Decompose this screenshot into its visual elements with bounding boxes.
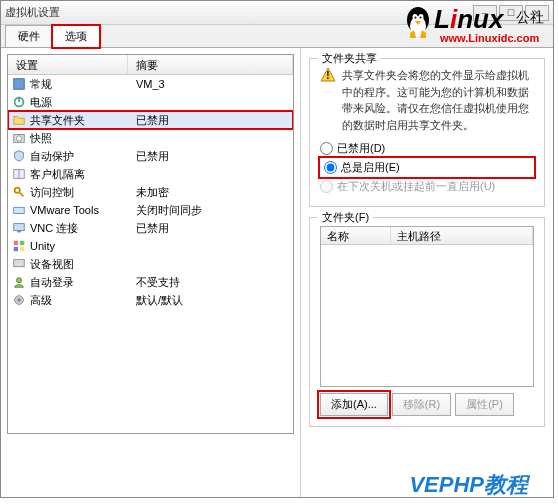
- advanced-icon: [12, 293, 26, 307]
- linux-logo: Linux 公社 www.Linuxidc.com: [398, 0, 558, 50]
- row-label: 自动保护: [30, 149, 74, 164]
- svg-rect-8: [14, 79, 25, 90]
- row-label: 客户机隔离: [30, 167, 85, 182]
- row-label: 电源: [30, 95, 52, 110]
- radio-disabled-input[interactable]: [320, 142, 333, 155]
- table-row[interactable]: 客户机隔离: [8, 165, 293, 183]
- logo-url: www.Linuxidc.com: [439, 32, 539, 44]
- autoprotect-icon: [12, 149, 26, 163]
- row-label: Unity: [30, 240, 55, 252]
- svg-rect-18: [14, 224, 25, 231]
- device-view-icon: [12, 257, 26, 271]
- window-title: 虚拟机设置: [5, 5, 60, 20]
- radio-next: 在下次关机或挂起前一直启用(U): [320, 177, 534, 196]
- vmware-tools-icon: [12, 203, 26, 217]
- warning-text: 共享文件夹会将您的文件显示给虚拟机中的程序。这可能为您的计算机和数据带来风险。请…: [342, 67, 534, 133]
- row-label: 设备视图: [30, 257, 74, 272]
- row-summary: 关闭时间同步: [128, 203, 293, 218]
- radio-disabled[interactable]: 已禁用(D): [320, 139, 534, 158]
- row-summary: 已禁用: [128, 149, 293, 164]
- auto-login-icon: [12, 275, 26, 289]
- svg-rect-24: [14, 260, 25, 267]
- svg-point-27: [17, 298, 21, 302]
- footer-brand: VEPHP教程: [409, 470, 528, 500]
- table-row[interactable]: 快照: [8, 129, 293, 147]
- folder-col-name: 名称: [321, 227, 391, 244]
- settings-window: 虚拟机设置 ─ ☐ ✕ 硬件 选项 设置 摘要 常规 VM_3: [0, 0, 554, 498]
- shared-folder-icon: [12, 113, 26, 127]
- radio-always[interactable]: 总是启用(E): [320, 158, 534, 177]
- folders-group-title: 文件夹(F): [318, 210, 373, 225]
- row-label: 高级: [30, 293, 52, 308]
- svg-line-16: [19, 192, 23, 196]
- row-summary: 不受支持: [128, 275, 293, 290]
- general-icon: [12, 77, 26, 91]
- svg-rect-20: [14, 241, 18, 245]
- guest-isolation-icon: [12, 167, 26, 181]
- svg-point-5: [420, 17, 422, 19]
- col-device: 设置: [8, 55, 128, 74]
- radio-next-input: [320, 180, 333, 193]
- warning-icon: !: [320, 67, 336, 83]
- row-summary: 已禁用: [128, 113, 293, 128]
- folders-group: 文件夹(F) 名称 主机路径 添加(A)... 移除(R) 属性(P): [309, 217, 545, 427]
- svg-point-4: [415, 17, 417, 19]
- unity-icon: [12, 239, 26, 253]
- radio-disabled-label: 已禁用(D): [337, 141, 385, 156]
- row-summary: 默认/默认: [128, 293, 293, 308]
- svg-rect-19: [17, 231, 21, 233]
- tab-hardware[interactable]: 硬件: [5, 25, 53, 48]
- table-row[interactable]: 访问控制 未加密: [8, 183, 293, 201]
- table-row[interactable]: 自动登录 不受支持: [8, 273, 293, 291]
- table-row[interactable]: Unity: [8, 237, 293, 255]
- radio-next-label: 在下次关机或挂起前一直启用(U): [337, 179, 495, 194]
- svg-text:!: !: [326, 70, 329, 81]
- add-button[interactable]: 添加(A)...: [320, 393, 388, 416]
- left-panel: 设置 摘要 常规 VM_3 电源 共享文件夹 已禁用: [1, 48, 301, 497]
- power-icon: [12, 95, 26, 109]
- share-group-title: 文件夹共享: [318, 51, 381, 66]
- table-row[interactable]: 高级 默认/默认: [8, 291, 293, 309]
- row-label: 常规: [30, 77, 52, 92]
- row-label: VNC 连接: [30, 221, 78, 236]
- row-summary: 已禁用: [128, 221, 293, 236]
- tab-options[interactable]: 选项: [52, 25, 100, 48]
- svg-rect-21: [20, 241, 24, 245]
- col-summary: 摘要: [128, 55, 293, 74]
- folder-col-path: 主机路径: [391, 227, 533, 244]
- remove-button[interactable]: 移除(R): [392, 393, 451, 416]
- row-label: 快照: [30, 131, 52, 146]
- row-label: 自动登录: [30, 275, 74, 290]
- row-label: VMware Tools: [30, 204, 99, 216]
- table-row[interactable]: 共享文件夹 已禁用: [8, 111, 293, 129]
- props-button[interactable]: 属性(P): [455, 393, 514, 416]
- table-row[interactable]: 设备视图: [8, 255, 293, 273]
- radio-always-label: 总是启用(E): [341, 160, 400, 175]
- row-summary: 未加密: [128, 185, 293, 200]
- table-row[interactable]: 电源: [8, 93, 293, 111]
- folder-list[interactable]: 名称 主机路径: [320, 226, 534, 387]
- table-row[interactable]: VNC 连接 已禁用: [8, 219, 293, 237]
- svg-point-12: [16, 136, 21, 141]
- share-group: 文件夹共享 ! 共享文件夹会将您的文件显示给虚拟机中的程序。这可能为您的计算机和…: [309, 58, 545, 207]
- table-row[interactable]: VMware Tools 关闭时间同步: [8, 201, 293, 219]
- svg-point-25: [16, 278, 21, 283]
- right-panel: 文件夹共享 ! 共享文件夹会将您的文件显示给虚拟机中的程序。这可能为您的计算机和…: [301, 48, 553, 497]
- table-row[interactable]: 自动保护 已禁用: [8, 147, 293, 165]
- table-row[interactable]: 常规 VM_3: [8, 75, 293, 93]
- radio-always-input[interactable]: [324, 161, 337, 174]
- svg-rect-23: [20, 247, 24, 251]
- row-label: 访问控制: [30, 185, 74, 200]
- snapshot-icon: [12, 131, 26, 145]
- vnc-icon: [12, 221, 26, 235]
- row-summary: VM_3: [128, 78, 293, 90]
- svg-rect-22: [14, 247, 18, 251]
- row-label: 共享文件夹: [30, 113, 85, 128]
- svg-text:Linux: Linux: [434, 4, 505, 34]
- svg-text:公社: 公社: [516, 10, 544, 25]
- device-table: 设置 摘要 常规 VM_3 电源 共享文件夹 已禁用: [7, 54, 294, 434]
- svg-rect-17: [14, 207, 25, 213]
- access-control-icon: [12, 185, 26, 199]
